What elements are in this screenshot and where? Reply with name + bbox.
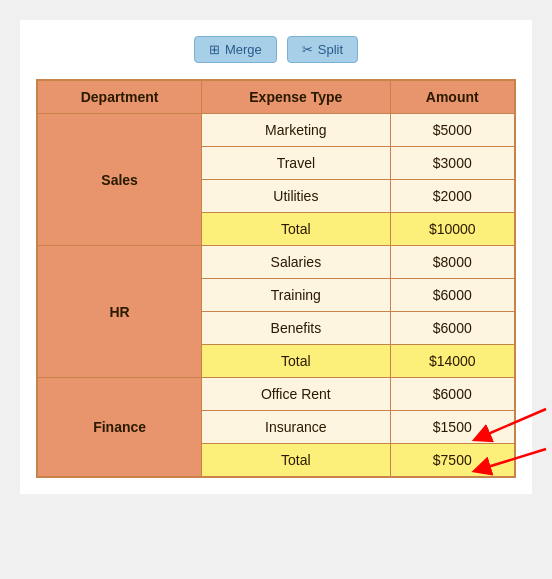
amount-cell: $6000: [390, 279, 515, 312]
expense-type-cell: Insurance: [202, 411, 390, 444]
header-amount: Amount: [390, 80, 515, 114]
amount-cell: $3000: [390, 147, 515, 180]
total-amount-cell: $7500: [390, 444, 515, 478]
table-row: FinanceOffice Rent$6000: [37, 378, 515, 411]
total-expense-cell: Total: [202, 345, 390, 378]
expense-type-cell: Training: [202, 279, 390, 312]
toolbar: ⊞ Merge ✂ Split: [36, 36, 516, 63]
total-amount-cell: $10000: [390, 213, 515, 246]
merge-label: Merge: [225, 42, 262, 57]
amount-cell: $8000: [390, 246, 515, 279]
merge-icon: ⊞: [209, 42, 220, 57]
expense-type-cell: Benefits: [202, 312, 390, 345]
table-row: HRSalaries$8000: [37, 246, 515, 279]
total-expense-cell: Total: [202, 444, 390, 478]
amount-cell: $6000: [390, 378, 515, 411]
department-cell: HR: [37, 246, 202, 378]
total-expense-cell: Total: [202, 213, 390, 246]
total-amount-cell: $14000: [390, 345, 515, 378]
merge-button[interactable]: ⊞ Merge: [194, 36, 277, 63]
amount-cell: $6000: [390, 312, 515, 345]
amount-cell: $2000: [390, 180, 515, 213]
header-expense-type: Expense Type: [202, 80, 390, 114]
amount-cell: $5000: [390, 114, 515, 147]
main-container: ⊞ Merge ✂ Split Department Expense Type …: [20, 20, 532, 494]
amount-cell: $1500: [390, 411, 515, 444]
department-cell: Finance: [37, 378, 202, 478]
department-cell: Sales: [37, 114, 202, 246]
table-wrapper: Department Expense Type Amount SalesMark…: [36, 79, 516, 478]
expense-type-cell: Salaries: [202, 246, 390, 279]
header-department: Department: [37, 80, 202, 114]
expense-table: Department Expense Type Amount SalesMark…: [36, 79, 516, 478]
expense-type-cell: Utilities: [202, 180, 390, 213]
expense-type-cell: Marketing: [202, 114, 390, 147]
split-label: Split: [318, 42, 343, 57]
table-header-row: Department Expense Type Amount: [37, 80, 515, 114]
split-button[interactable]: ✂ Split: [287, 36, 358, 63]
expense-type-cell: Office Rent: [202, 378, 390, 411]
table-row: SalesMarketing$5000: [37, 114, 515, 147]
expense-type-cell: Travel: [202, 147, 390, 180]
split-icon: ✂: [302, 42, 313, 57]
